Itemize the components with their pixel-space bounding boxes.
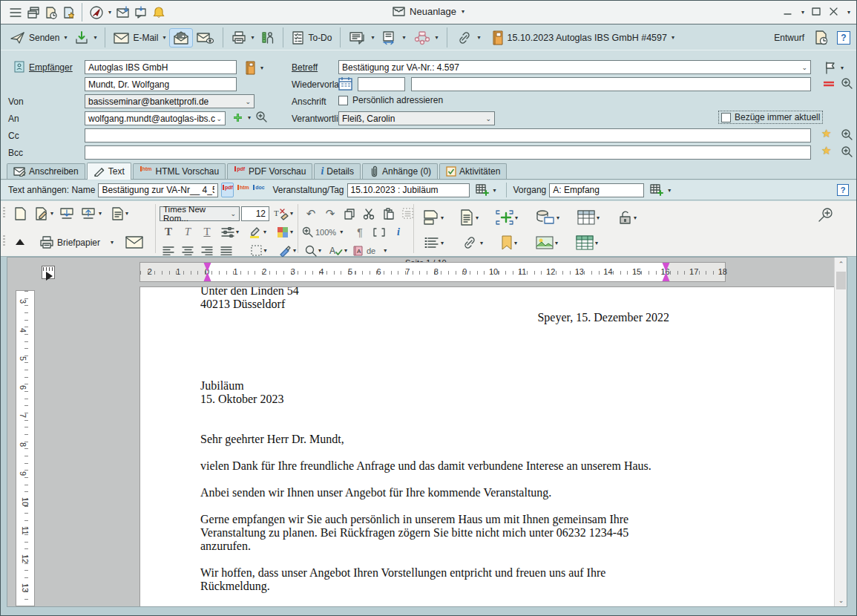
vorgang-pick-button[interactable]: ▾ (647, 183, 674, 197)
font-family-select[interactable]: Times New Rom...⌄ (160, 206, 240, 221)
an-search-icon[interactable] (255, 111, 268, 125)
empfaenger-person-input[interactable] (85, 77, 237, 91)
cc-favorites-icon[interactable]: ★ (821, 127, 831, 140)
minimize-dropdown[interactable]: ▾ (801, 9, 804, 16)
scroll-down-icon[interactable]: ⌄ (835, 594, 847, 606)
quick-send-button[interactable]: ▾ (86, 4, 114, 22)
empfaenger-label[interactable]: Empfänger (29, 62, 73, 73)
cc-search-icon[interactable] (841, 128, 853, 143)
remove-icon[interactable] (823, 79, 835, 90)
cc-input[interactable] (85, 128, 811, 142)
email-button[interactable]: E-Mail▾ (111, 30, 168, 46)
insert-textblock-icon[interactable]: ▾ (421, 209, 446, 226)
export-text-icon[interactable]: ▾ (78, 206, 105, 222)
minimize-button[interactable] (784, 7, 792, 18)
scrollbar-thumb[interactable] (836, 272, 846, 289)
close-button[interactable] (829, 7, 838, 19)
insert-image-icon[interactable]: ▾ (532, 235, 562, 251)
collapse-toolbar-icon[interactable] (11, 235, 29, 251)
document-page[interactable]: Unter den Linden 54 40213 Düsseldorf Spe… (139, 286, 835, 606)
briefpapier-button[interactable]: Briefpapier▾ (36, 234, 116, 252)
import-text-icon[interactable] (59, 206, 76, 222)
wiedervorlage-note-input[interactable] (411, 77, 811, 91)
verantwortlich-select[interactable]: Fleiß, Carolin⌄ (338, 111, 495, 125)
add-recipient-button[interactable]: ▾ (229, 111, 254, 125)
record-selector[interactable]: 15.10.2023 Autoglas IBS GmbH #4597▾ (488, 28, 677, 47)
text-frame-icon[interactable] (370, 224, 388, 240)
paragraph-settings-icon[interactable]: ▾ (217, 224, 243, 240)
tab-text[interactable]: Text (87, 163, 131, 180)
page-settings-icon[interactable]: ▾ (106, 206, 133, 222)
window-copy-icon[interactable] (24, 4, 42, 22)
envelope-print-icon[interactable] (125, 235, 143, 251)
bold-icon[interactable]: T (160, 224, 177, 240)
hyperlink-icon[interactable]: ▾ (458, 235, 486, 251)
pilcrow-icon[interactable]: ¶ (351, 224, 369, 240)
draft-history-icon[interactable] (812, 29, 831, 47)
insert-datafield-icon[interactable]: ▾ (532, 209, 563, 226)
an-combo[interactable]: wolfgang.mundt@autoglas-ibs.c⌄ (85, 111, 226, 125)
addressbook-button[interactable]: ▾ (242, 59, 266, 76)
attach-name-input[interactable] (98, 183, 218, 197)
italic-icon[interactable]: T (179, 224, 197, 240)
window-title-dropdown[interactable]: ▾ (462, 8, 464, 15)
insert-frame-icon[interactable]: ▾ (492, 209, 522, 226)
save-import-button[interactable]: ▾ (71, 29, 99, 47)
mail-import-icon[interactable] (114, 4, 132, 22)
comment-import-icon[interactable] (132, 4, 150, 22)
wiedervorlage-search-icon[interactable] (841, 77, 853, 92)
tab-details[interactable]: i Details (314, 163, 361, 179)
lock-icon[interactable]: ▾ (614, 209, 640, 226)
open-mail-button[interactable] (170, 29, 192, 47)
status-person-button[interactable] (258, 29, 278, 47)
senden-button[interactable]: Senden▾ (7, 29, 70, 47)
tab-anhaenge[interactable]: Anhänge (0) (362, 163, 438, 179)
scroll-up-icon[interactable]: ⌃ (835, 258, 847, 270)
clear-format-icon[interactable]: T▾ (271, 206, 296, 222)
insert-table-icon[interactable]: ▾ (574, 209, 603, 226)
attach-pdf-button[interactable]: pdf (221, 183, 234, 197)
zoom-control[interactable]: 100%▾ (302, 224, 349, 240)
cut-icon[interactable] (360, 206, 378, 222)
vorgang-input[interactable] (549, 183, 644, 197)
tab-html-vorschau[interactable]: htm HTML Vorschau (133, 163, 226, 179)
flag-button[interactable]: ▾ (821, 59, 847, 76)
editor-zoom-icon[interactable] (818, 207, 834, 226)
document-history-icon[interactable] (42, 4, 60, 22)
indent-marker-right[interactable] (662, 263, 669, 281)
betreff-label[interactable]: Betreff (292, 62, 318, 73)
tab-anschreiben[interactable]: Anschreiben (7, 163, 85, 179)
todo-button[interactable]: To-Do (289, 29, 335, 47)
persoenlich-checkbox[interactable]: Persönlich adressieren (338, 95, 443, 105)
menu-icon[interactable] (7, 4, 24, 22)
attach-htm-button[interactable]: htm (237, 183, 249, 197)
bookmark-icon[interactable]: ▾ (496, 235, 522, 251)
veranstaltung-pick-button[interactable]: ▾ (473, 183, 499, 197)
indent-marker-left[interactable] (204, 263, 211, 281)
mail-preview-button[interactable] (194, 30, 217, 46)
paste-icon[interactable] (379, 206, 397, 222)
edit-template-icon[interactable]: ▾ (30, 206, 57, 222)
link-button[interactable]: ▾ (453, 30, 484, 46)
maximize-button[interactable] (812, 7, 821, 19)
bcc-search-icon[interactable] (841, 145, 853, 160)
bezuege-checkbox[interactable]: Bezüge immer aktuell (718, 111, 823, 124)
help-button[interactable]: ? (837, 31, 850, 45)
tab-pdf-vorschau[interactable]: pdf PDF Vorschau (227, 163, 312, 179)
comments-button[interactable]: ▾ (346, 29, 377, 47)
attach-doc-button[interactable]: doc (252, 183, 265, 197)
vertical-scrollbar[interactable]: ⌃ ⌄ (834, 258, 847, 606)
redo-icon[interactable]: ↷ (321, 206, 339, 222)
insert-document-icon[interactable]: ▾ (456, 209, 482, 226)
bcc-favorites-icon[interactable]: ★ (821, 144, 831, 157)
info-icon[interactable]: i (390, 224, 407, 240)
copy-icon[interactable] (341, 206, 358, 222)
workflow-button[interactable]: ▾ (410, 29, 441, 47)
notifications-bell-icon[interactable] (150, 4, 168, 22)
wiedervorlage-date-input[interactable] (358, 77, 405, 91)
undo-icon[interactable]: ↶ (302, 206, 320, 222)
attach-help-button[interactable]: ? (837, 184, 849, 196)
transfer-button[interactable]: ▾ (378, 29, 408, 47)
tabstop-selector[interactable] (42, 266, 55, 279)
new-text-icon[interactable] (11, 206, 29, 222)
